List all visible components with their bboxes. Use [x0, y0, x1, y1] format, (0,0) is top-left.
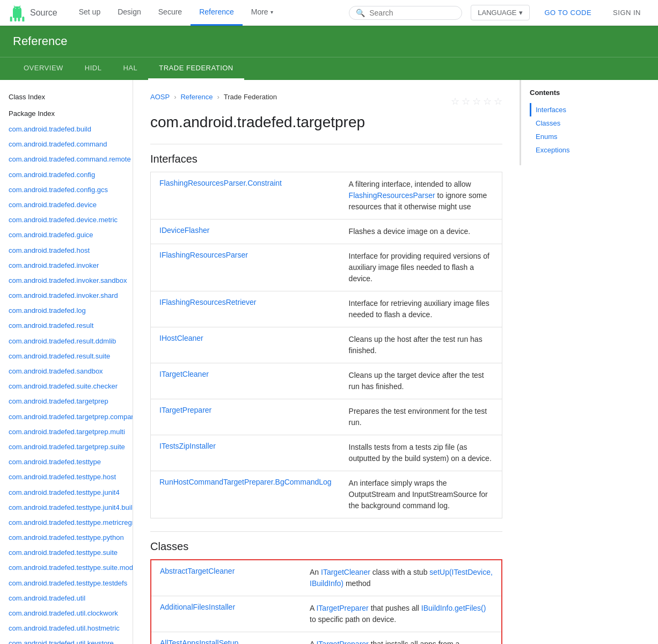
star-4[interactable]: ☆ — [483, 96, 492, 107]
toc-item-interfaces[interactable]: Interfaces — [530, 103, 618, 116]
toc-item-classes[interactable]: Classes — [530, 116, 618, 130]
language-button[interactable]: LANGUAGE ▾ — [471, 5, 529, 20]
search-bar[interactable]: 🔍 — [349, 6, 462, 20]
sidebar-link-result[interactable]: com.android.tradefed.result — [0, 318, 133, 333]
inline-link-flashing-parser[interactable]: FlashingResourcesParser — [349, 191, 435, 200]
interface-link-itests-zip-installer[interactable]: ITestsZipInstaller — [159, 442, 216, 450]
table-row: IDeviceFlasher Flashes a device image on… — [151, 219, 502, 244]
table-row: IHostCleaner Cleans up the host after th… — [151, 327, 502, 363]
inline-link-itarget-preparer-1[interactable]: ITargetPreparer — [316, 604, 368, 612]
star-1[interactable]: ☆ — [451, 96, 459, 107]
inline-link-ibuildinfo-getfiles[interactable]: IBuildInfo.getFiles() — [421, 604, 486, 612]
sidebar-link-result-ddmlib[interactable]: com.android.tradefed.result.ddmlib — [0, 334, 133, 349]
search-input[interactable] — [369, 9, 455, 17]
sidebar-link-util-clockwork[interactable]: com.android.tradefed.util.clockwork — [0, 606, 133, 621]
sidebar-link-testtype-testdefs[interactable]: com.android.tradefed.testtype.testdefs — [0, 576, 133, 591]
class-desc-all-test-apps-install-setup: A ITargetPreparer that installs all apps… — [301, 632, 502, 645]
interfaces-table: FlashingResourcesParser.Constraint A fil… — [150, 172, 502, 518]
sidebar-link-log[interactable]: com.android.tradefed.log — [0, 303, 133, 318]
sidebar-class-index[interactable]: Class Index — [0, 89, 133, 105]
star-3[interactable]: ☆ — [472, 96, 481, 107]
nav-design[interactable]: Design — [109, 0, 150, 26]
sidebar-link-device[interactable]: com.android.tradefed.device — [0, 197, 133, 213]
sidebar-link-device-metric[interactable]: com.android.tradefed.device.metric — [0, 213, 133, 228]
interface-link-itarget-cleaner[interactable]: ITargetCleaner — [159, 370, 209, 378]
table-row: AdditionalFilesInstaller A ITargetPrepar… — [151, 596, 502, 632]
table-row: ITargetPreparer Prepares the test enviro… — [151, 399, 502, 435]
more-arrow-icon: ▾ — [270, 9, 273, 15]
breadcrumb-reference[interactable]: Reference — [180, 93, 213, 101]
classes-section-title: Classes — [150, 531, 502, 553]
nav-setup[interactable]: Set up — [70, 0, 109, 26]
star-rating: ☆ ☆ ☆ ☆ ☆ — [451, 96, 502, 107]
class-desc-abstract-target-cleaner: An ITargetCleaner class with a stub setU… — [301, 560, 502, 596]
interface-link-runhost-command[interactable]: RunHostCommandTargetPreparer.BgCommandLo… — [159, 478, 332, 486]
sidebar-link-targetprep-companion[interactable]: com.android.tradefed.targetprep.companio… — [0, 409, 133, 425]
table-row: ITestsZipInstaller Installs tests from a… — [151, 435, 502, 471]
sidebar-link-invoker[interactable]: com.android.tradefed.invoker — [0, 258, 133, 273]
sidebar-link-command[interactable]: com.android.tradefed.command — [0, 137, 133, 152]
class-link-all-test-apps-install-setup[interactable]: AllTestAppsInstallSetup — [160, 639, 238, 644]
interface-desc-runhost-command: An interface simply wraps the OutputStre… — [340, 471, 502, 518]
nav-reference[interactable]: Reference — [191, 0, 243, 26]
interface-link-iflashing-resources-parser[interactable]: IFlashingResourcesParser — [159, 251, 248, 259]
toc-item-exceptions[interactable]: Exceptions — [530, 143, 618, 157]
sidebar-link-testtype-metricregression[interactable]: com.android.tradefed.testtype.metricregr… — [0, 515, 133, 530]
interface-link-ihost-cleaner[interactable]: IHostCleaner — [159, 334, 203, 342]
sidebar-link-testtype-junit4-builder[interactable]: com.android.tradefed.testtype.junit4.bui… — [0, 500, 133, 515]
sidebar-link-testtype-suite[interactable]: com.android.tradefed.testtype.suite — [0, 545, 133, 560]
go-to-code-button[interactable]: GO TO CODE — [536, 5, 601, 20]
sidebar-link-result-suite[interactable]: com.android.tradefed.result.suite — [0, 349, 133, 364]
inline-link-itarget-preparer-2[interactable]: ITargetPreparer — [316, 640, 368, 644]
sidebar-link-config-gcs[interactable]: com.android.tradefed.config.gcs — [0, 182, 133, 197]
sidebar-link-testtype-suite-module[interactable]: com.android.tradefed.testtype.suite.modu… — [0, 560, 133, 575]
star-2[interactable]: ☆ — [462, 96, 470, 107]
toc-item-enums[interactable]: Enums — [530, 130, 618, 143]
sidebar-link-guice[interactable]: com.android.tradefed.guice — [0, 228, 133, 243]
page-title: com.android.tradefed.targetprep — [150, 114, 502, 131]
nav-secure[interactable]: Secure — [150, 0, 191, 26]
subnav-overview[interactable]: OVERVIEW — [13, 57, 74, 80]
star-5[interactable]: ☆ — [494, 96, 502, 107]
sidebar-link-targetprep-multi[interactable]: com.android.tradefed.targetprep.multi — [0, 425, 133, 440]
sidebar-link-invoker-sandbox[interactable]: com.android.tradefed.invoker.sandbox — [0, 273, 133, 288]
sidebar-link-host[interactable]: com.android.tradefed.host — [0, 243, 133, 258]
subnav-hidl[interactable]: HIDL — [74, 57, 113, 80]
sidebar-link-build[interactable]: com.android.tradefed.build — [0, 122, 133, 137]
sub-nav: OVERVIEW HIDL HAL TRADE FEDERATION — [0, 57, 658, 80]
sidebar-link-testtype-python[interactable]: com.android.tradefed.testtype.python — [0, 530, 133, 545]
logo-text: Source — [30, 8, 57, 18]
sidebar-link-targetprep-suite[interactable]: com.android.tradefed.targetprep.suite — [0, 440, 133, 455]
breadcrumb-aosp[interactable]: AOSP — [150, 93, 170, 101]
sidebar-link-invoker-shard[interactable]: com.android.tradefed.invoker.shard — [0, 288, 133, 303]
sidebar-package-index[interactable]: Package Index — [0, 105, 133, 122]
sidebar-link-util[interactable]: com.android.tradefed.util — [0, 591, 133, 606]
interface-link-iflashing-resources-retriever[interactable]: IFlashingResourcesRetriever — [159, 298, 257, 306]
sidebar-link-suite-checker[interactable]: com.android.tradefed.suite.checker — [0, 379, 133, 394]
interface-link-flashing-constraint[interactable]: FlashingResourcesParser.Constraint — [159, 179, 282, 187]
subnav-hal[interactable]: HAL — [112, 57, 148, 80]
sidebar-link-util-hostmetric[interactable]: com.android.tradefed.util.hostmetric — [0, 621, 133, 636]
sign-in-button[interactable]: SIGN IN — [604, 5, 649, 20]
sidebar-link-util-keystore[interactable]: com.android.tradefed.util.keystore — [0, 636, 133, 644]
classes-table: AbstractTargetCleaner An ITargetCleaner … — [150, 559, 502, 644]
sidebar-link-command-remote[interactable]: com.android.tradefed.command.remote — [0, 152, 133, 167]
sidebar-link-targetprep[interactable]: com.android.tradefed.targetprep — [0, 394, 133, 409]
sidebar-link-testtype[interactable]: com.android.tradefed.testtype — [0, 455, 133, 470]
class-link-abstract-target-cleaner[interactable]: AbstractTargetCleaner — [160, 567, 235, 575]
sidebar-link-sandbox[interactable]: com.android.tradefed.sandbox — [0, 364, 133, 379]
class-link-additional-files-installer[interactable]: AdditionalFilesInstaller — [160, 603, 235, 611]
inline-link-itarget-cleaner[interactable]: ITargetCleaner — [321, 568, 370, 576]
reference-header: Reference — [0, 26, 658, 57]
nav-more[interactable]: More ▾ — [243, 0, 282, 26]
interface-link-itarget-preparer[interactable]: ITargetPreparer — [159, 406, 211, 414]
content-area: AOSP › Reference › Trade Federation ☆ ☆ … — [133, 80, 520, 644]
sidebar-link-testtype-host[interactable]: com.android.tradefed.testtype.host — [0, 470, 133, 485]
logo[interactable]: Source — [9, 4, 57, 21]
android-logo-icon — [9, 4, 26, 21]
reference-title: Reference — [13, 34, 645, 48]
sidebar-link-testtype-junit4[interactable]: com.android.tradefed.testtype.junit4 — [0, 485, 133, 500]
interface-link-idevice-flasher[interactable]: IDeviceFlasher — [159, 226, 209, 235]
subnav-trade-federation[interactable]: TRADE FEDERATION — [148, 57, 244, 80]
sidebar-link-config[interactable]: com.android.tradefed.config — [0, 167, 133, 182]
